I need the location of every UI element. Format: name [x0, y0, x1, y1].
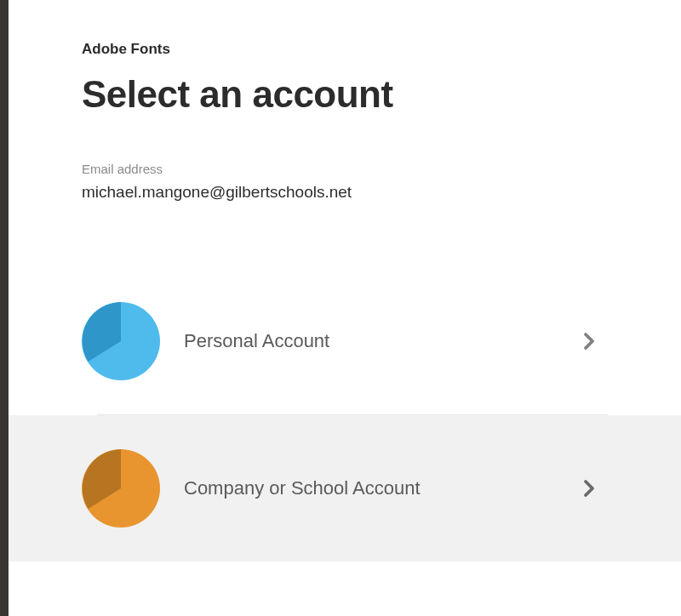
page-title: Select an account [82, 73, 608, 116]
avatar-icon [82, 302, 160, 380]
service-name: Adobe Fonts [82, 41, 608, 58]
account-option-company[interactable]: Company or School Account [9, 415, 681, 562]
avatar-wedge-icon [82, 302, 160, 380]
account-label: Company or School Account [184, 477, 579, 499]
email-label: Email address [82, 162, 608, 176]
account-label: Personal Account [184, 330, 579, 352]
dialog-content: Adobe Fonts Select an account Email addr… [9, 41, 681, 562]
chevron-right-icon [579, 478, 599, 499]
avatar-icon [82, 449, 160, 528]
chevron-right-icon [579, 331, 599, 351]
email-value: michael.mangone@gilbertschools.net [82, 183, 608, 202]
account-selector-dialog: Adobe Fonts Select an account Email addr… [9, 0, 681, 616]
account-option-personal[interactable]: Personal Account [9, 268, 681, 414]
avatar-wedge-icon [82, 449, 160, 528]
